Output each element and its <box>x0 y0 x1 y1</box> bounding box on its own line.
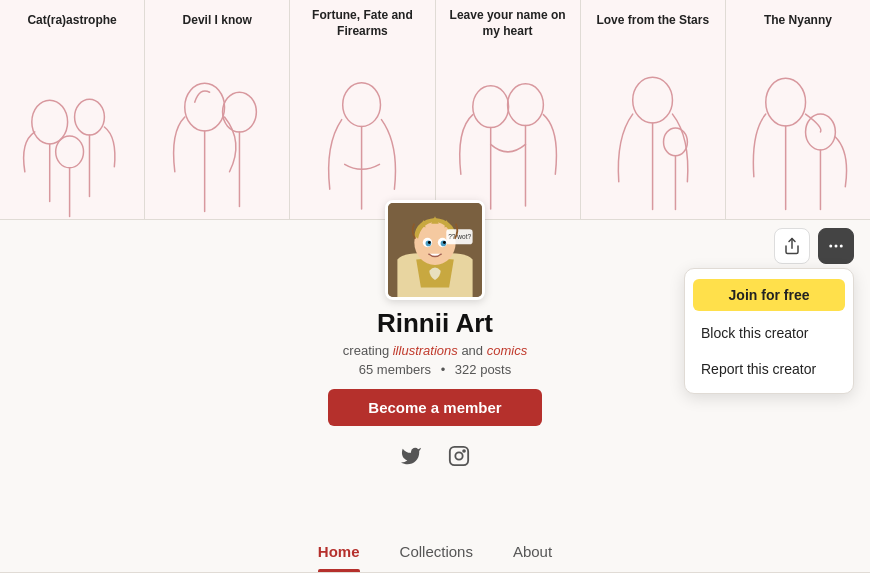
tagline-highlight-comics: comics <box>487 343 527 358</box>
posts-count: 322 posts <box>455 362 511 377</box>
top-right-actions <box>774 228 854 264</box>
banner-item-cat-ra[interactable]: Cat(ra)astrophe <box>0 0 145 219</box>
tagline-mid: and <box>458 343 487 358</box>
banner-item-fortune[interactable]: Fortune, Fate and Firearms <box>290 0 435 219</box>
svg-point-43 <box>840 245 843 248</box>
svg-point-41 <box>829 245 832 248</box>
tab-collections[interactable]: Collections <box>400 533 473 572</box>
svg-point-10 <box>343 83 381 127</box>
share-button[interactable] <box>774 228 810 264</box>
members-count: 65 members <box>359 362 431 377</box>
banner-title-love-stars: Love from the Stars <box>581 0 725 40</box>
svg-point-2 <box>75 99 105 135</box>
stats-dot: • <box>441 362 446 377</box>
svg-point-18 <box>663 128 687 156</box>
svg-point-4 <box>56 136 84 168</box>
banner-item-love-stars[interactable]: Love from the Stars <box>581 0 726 219</box>
svg-point-8 <box>223 92 257 132</box>
banner-art-devil-know <box>145 40 289 219</box>
banner-title-leave-name: Leave your name on my heart <box>436 0 580 45</box>
tagline-pre: creating <box>343 343 393 358</box>
banner-art-fortune <box>290 45 434 219</box>
report-creator-item[interactable]: Report this creator <box>685 351 853 387</box>
creator-name: Rinnii Art <box>377 308 493 339</box>
block-creator-item[interactable]: Block this creator <box>685 315 853 351</box>
svg-point-34 <box>443 241 446 244</box>
creator-tagline: creating illustrations and comics <box>343 343 527 358</box>
svg-point-39 <box>463 450 465 452</box>
more-options-button[interactable] <box>818 228 854 264</box>
banner-strip: Cat(ra)astrophe Devil I know <box>0 0 870 220</box>
dropdown-menu: Join for free Block this creator Report … <box>684 268 854 394</box>
svg-point-42 <box>835 245 838 248</box>
banner-title-cat-ra: Cat(ra)astrophe <box>0 0 144 40</box>
svg-point-14 <box>507 84 543 126</box>
tab-home[interactable]: Home <box>318 533 360 572</box>
banner-item-nyanny[interactable]: The Nyanny <box>726 0 870 219</box>
svg-point-0 <box>32 100 68 144</box>
svg-point-20 <box>766 78 806 126</box>
join-free-item[interactable]: Join for free <box>693 279 845 311</box>
social-icons <box>395 440 475 472</box>
banner-art-nyanny <box>726 40 870 219</box>
banner-title-nyanny: The Nyanny <box>726 0 870 40</box>
banner-title-fortune: Fortune, Fate and Firearms <box>290 0 434 45</box>
tagline-highlight-illustrations: illustrations <box>393 343 458 358</box>
banner-item-leave-name[interactable]: Leave your name on my heart <box>436 0 581 219</box>
banner-art-leave-name <box>436 45 580 219</box>
instagram-icon[interactable] <box>443 440 475 472</box>
svg-rect-37 <box>450 447 468 465</box>
become-member-button[interactable]: Become a member <box>328 389 541 426</box>
twitter-icon[interactable] <box>395 440 427 472</box>
svg-point-38 <box>455 452 462 459</box>
avatar: ?? wot? <box>385 200 485 300</box>
nav-tabs: Home Collections About <box>0 533 870 573</box>
svg-point-16 <box>632 77 672 123</box>
svg-text:?? wot?: ?? wot? <box>448 233 471 240</box>
banner-art-cat-ra <box>0 40 144 219</box>
banner-art-love-stars <box>581 40 725 219</box>
banner-item-devil-know[interactable]: Devil I know <box>145 0 290 219</box>
svg-point-33 <box>428 241 431 244</box>
svg-point-12 <box>472 86 508 128</box>
tab-about[interactable]: About <box>513 533 552 572</box>
banner-title-devil-know: Devil I know <box>145 0 289 40</box>
creator-stats: 65 members • 322 posts <box>359 362 511 377</box>
